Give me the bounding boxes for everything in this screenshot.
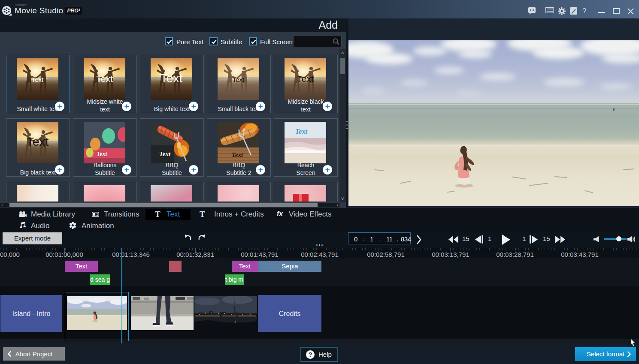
svg-text:Text: Text — [97, 151, 107, 157]
svg-text:Text: Text — [295, 128, 307, 135]
svg-text:Text: Text — [159, 150, 171, 157]
svg-text:Text: Text — [232, 151, 243, 158]
